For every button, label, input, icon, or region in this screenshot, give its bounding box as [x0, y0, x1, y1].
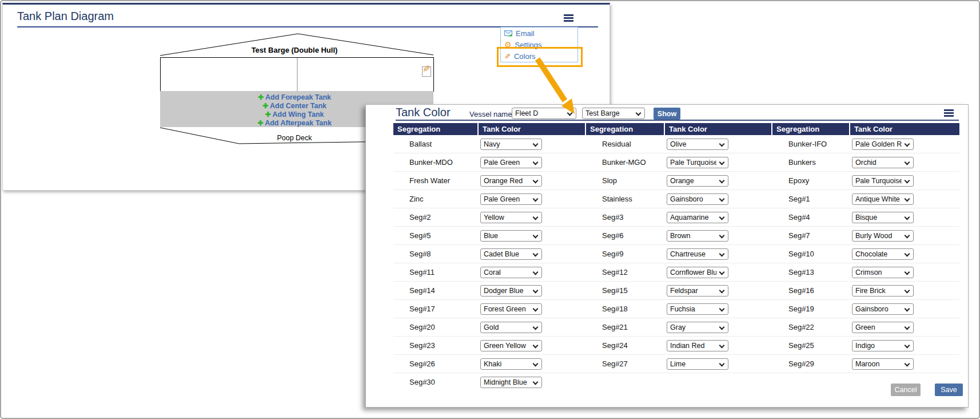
tank-color-select[interactable]: Brown	[667, 230, 728, 242]
tank-color-select[interactable]: Navy	[480, 139, 542, 150]
segregation-label: Seg#16	[772, 286, 850, 295]
tank-color-select[interactable]: Dodger Blue	[480, 285, 542, 297]
fleet-select[interactable]: Fleet D	[512, 108, 576, 119]
tank-color-table-body: BallastNavyResidualOliveBunker-IFOPale G…	[393, 135, 959, 391]
tank-color-select[interactable]: Orange	[667, 175, 728, 187]
tank-color-cell: Orange	[665, 175, 772, 187]
column-header: Segregation	[586, 123, 665, 135]
tank-color-select[interactable]: Gainsboro	[667, 193, 728, 205]
tank-color-cell: Gold	[479, 322, 586, 333]
tank-color-select[interactable]: Coral	[480, 267, 542, 278]
email-icon	[504, 30, 512, 37]
segregation-label: Seg#5	[393, 231, 479, 240]
tank-color-cell: Fuchsia	[665, 303, 772, 315]
screenshot-frame: Tank Plan Diagram Test Barge (Double Hul…	[0, 0, 980, 419]
vessel-select[interactable]: Test Barge	[582, 108, 645, 119]
tank-color-select[interactable]: Orange Red	[480, 175, 542, 187]
tank-color-cell: Indian Red	[665, 340, 772, 351]
hamburger-menu-icon[interactable]	[944, 109, 954, 117]
tank-color-cell: Antique White	[850, 193, 959, 205]
add-plus-icon: ✚	[265, 110, 271, 118]
tank-color-cell: Forest Green	[479, 303, 586, 315]
tank-color-select[interactable]: Cadet Blue	[480, 248, 542, 260]
add-forepeak-tank-link[interactable]: ✚Add Forepeak Tank	[146, 93, 443, 101]
tank-color-select[interactable]: Fire Brick	[852, 285, 914, 297]
tank-color-select[interactable]: Blue	[480, 230, 542, 242]
tank-color-cell: Olive	[665, 139, 772, 150]
tank-color-select[interactable]: Indigo	[852, 340, 914, 351]
colors-highlight-box	[497, 47, 583, 67]
add-plus-icon: ✚	[258, 93, 264, 101]
segregation-label: Seg#6	[586, 231, 665, 240]
tank-color-cell: Lime	[665, 358, 772, 370]
segregation-label: Seg#22	[772, 323, 850, 331]
tank-color-cell: Midnight Blue	[479, 377, 586, 388]
cancel-button[interactable]: Cancel	[891, 384, 921, 396]
column-header: Segregation	[393, 123, 479, 135]
tank-color-select[interactable]: Aquamarine	[667, 212, 728, 223]
tank-color-select[interactable]: Yellow	[480, 212, 542, 223]
table-row: Seg#2YellowSeg#3AquamarineSeg#4Bisque	[393, 208, 959, 227]
tank-color-select[interactable]: Maroon	[852, 358, 914, 370]
tank-color-select[interactable]: Antique White	[852, 193, 914, 205]
tank-color-select[interactable]: Burly Wood	[852, 230, 914, 242]
tank-color-select[interactable]: Gainsboro	[852, 303, 914, 315]
column-header: Tank Color	[850, 123, 959, 135]
tank-color-select[interactable]: Pale Turquoise	[852, 175, 914, 187]
tank-color-select[interactable]: Pale Golden Rod	[852, 139, 914, 150]
tank-color-select[interactable]: Cornflower Blue	[667, 267, 728, 278]
tank-color-select[interactable]: Midnight Blue	[480, 377, 542, 388]
tank-color-select[interactable]: Chocolate	[852, 248, 914, 260]
tank-color-cell: Navy	[479, 139, 586, 150]
vessel-name-label: Vessel name:	[469, 110, 514, 118]
segregation-label: Seg#24	[586, 341, 665, 350]
tank-color-cell: Aquamarine	[665, 212, 772, 223]
tank-color-select[interactable]: Pale Green	[480, 193, 542, 205]
table-row: Seg#20GoldSeg#21GraySeg#22Green	[393, 318, 959, 337]
tank-color-select[interactable]: Bisque	[852, 212, 914, 223]
tank-color-select[interactable]: Orchid	[852, 157, 914, 168]
hamburger-menu-icon[interactable]	[564, 14, 573, 22]
tank-color-cell: Yellow	[479, 212, 586, 223]
edit-icon[interactable]: ✎	[422, 65, 432, 77]
segregation-label: Seg#4	[772, 213, 850, 222]
tank-color-select[interactable]: Green	[852, 322, 914, 333]
tank-color-select[interactable]: Indian Red	[667, 340, 728, 351]
segregation-label: Seg#15	[586, 286, 665, 295]
tank-color-select[interactable]: Fuchsia	[667, 303, 728, 315]
tank-color-cell: Pale Golden Rod	[850, 139, 959, 150]
page-title: Tank Plan Diagram	[17, 10, 114, 23]
tank-color-cell: Brown	[665, 230, 772, 242]
show-button[interactable]: Show	[654, 108, 680, 120]
tank-color-select[interactable]: Gold	[480, 322, 542, 333]
save-button[interactable]: Save	[935, 384, 963, 396]
tank-color-select[interactable]: Forest Green	[480, 303, 542, 315]
tank-color-cell: Cadet Blue	[479, 248, 586, 260]
tank-color-select[interactable]: Khaki	[480, 358, 542, 370]
tank-color-select[interactable]: Lime	[667, 358, 728, 370]
tank-color-select[interactable]: Pale Green	[480, 157, 542, 168]
segregation-label: Bunker-IFO	[772, 140, 850, 148]
tank-color-select[interactable]: Crimson	[852, 267, 914, 278]
tank-color-table-header: SegregationTank ColorSegregationTank Col…	[393, 123, 959, 135]
tank-color-cell: Gainsboro	[665, 193, 772, 205]
tank-color-select[interactable]: Olive	[667, 139, 728, 150]
tank-color-select[interactable]: Feldspar	[667, 285, 728, 297]
segregation-label: Seg#9	[586, 250, 665, 258]
tank-color-cell: Burly Wood	[850, 230, 959, 242]
menu-item-email[interactable]: Email	[501, 27, 577, 39]
segregation-label: Seg#19	[772, 305, 850, 313]
segregation-label: Bunkers	[772, 158, 850, 167]
table-row: Seg#23Green YellowSeg#24Indian RedSeg#25…	[393, 337, 959, 355]
table-row: Seg#5BlueSeg#6BrownSeg#7Burly Wood	[393, 227, 959, 245]
tank-color-select[interactable]: Green Yellow	[480, 340, 542, 351]
segregation-label: Seg#25	[772, 341, 850, 350]
tank-color-select[interactable]: Gray	[667, 322, 728, 333]
segregation-label: Zinc	[393, 195, 479, 203]
segregation-label: Slop	[586, 176, 665, 185]
segregation-label: Ballast	[393, 140, 479, 148]
tank-color-select[interactable]: Chartreuse	[667, 248, 728, 260]
tank-color-select[interactable]: Pale Turquoise	[667, 157, 728, 168]
segregation-label: Residual	[586, 140, 665, 148]
tank-color-cell: Gray	[665, 322, 772, 333]
